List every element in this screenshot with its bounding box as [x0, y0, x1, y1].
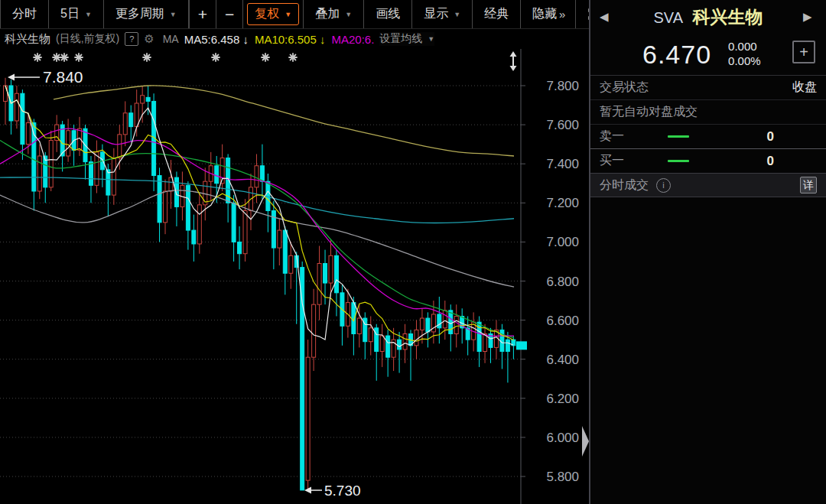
buy-one-size: 0	[708, 154, 817, 169]
event-asterisk-icon	[143, 54, 151, 61]
stock-name: 科兴生物	[693, 7, 763, 27]
svg-text:6.600: 6.600	[546, 314, 579, 328]
svg-text:7.800: 7.800	[546, 79, 579, 93]
price-row: 6.470 0.000 0.00% +	[590, 34, 826, 76]
add-to-watchlist-button[interactable]: +	[792, 41, 815, 63]
toolbar-minute-label: 分时	[12, 6, 37, 22]
sell-one-label: 卖一	[600, 128, 649, 145]
toolbar-more-periods-label: 更多周期	[115, 6, 164, 22]
svg-text:7.600: 7.600	[546, 118, 579, 132]
current-price-marker	[516, 341, 527, 350]
svg-text:7.400: 7.400	[546, 157, 579, 171]
kline-title: 科兴生物	[5, 32, 50, 47]
sell-price-dash	[668, 135, 689, 138]
last-price: 6.470	[642, 40, 711, 70]
event-asterisk-icon	[262, 54, 269, 61]
price-change: 0.000 0.00%	[728, 40, 761, 69]
buy-one-row: 买一 0	[590, 149, 826, 174]
ma-values: MA5:6.458 ↓MA10:6.505 ↓MA20:6.	[184, 33, 375, 46]
info-icon[interactable]: i	[656, 178, 671, 193]
svg-text:7.840: 7.840	[43, 68, 83, 86]
gridlines: 7.8007.6007.4007.2007.0006.8006.6006.400…	[0, 49, 579, 504]
toolbar-zoom-in-label: +	[198, 5, 207, 24]
stock-symbol: SVA	[654, 9, 684, 26]
toolbar-classic-label: 经典	[484, 6, 509, 22]
ma-value-0: MA5:6.458 ↓	[184, 33, 249, 46]
toolbar-adjust-label: 复权	[255, 6, 279, 22]
event-asterisk-icon	[53, 54, 60, 61]
ma-line-ma120	[0, 190, 514, 287]
trading-app: 分时5日▼更多周期▼+−复权▼叠加▼画线显示▼经典隐藏» 科兴生物 (日线,前复…	[0, 0, 826, 504]
toolbar-display-button[interactable]: 显示▼	[412, 0, 473, 28]
kline-header: 科兴生物 (日线,前复权) ? ⚙ MA MA5:6.458 ↓MA10:6.5…	[0, 29, 593, 49]
svg-text:6.200: 6.200	[546, 392, 579, 406]
toolbar-zoom-in-button[interactable]: +	[189, 0, 216, 28]
ma-settings-label: 设置均线	[379, 32, 422, 46]
event-asterisk-icon	[34, 54, 41, 61]
time-sales-label: 分时成交	[600, 177, 649, 193]
toolbar-overlay-button[interactable]: 叠加▼	[304, 0, 364, 28]
svg-text:6.400: 6.400	[546, 353, 579, 367]
sell-one-size: 0	[708, 129, 817, 145]
svg-text:5.800: 5.800	[546, 470, 579, 484]
no-auto-match-row: 暂无自动对盘成交	[590, 100, 826, 125]
prev-stock-button[interactable]: ◀	[600, 10, 613, 24]
quote-panel: ◀ SVA 科兴生物 ▶ 6.470 0.000 0.00% + 交易状态 收盘…	[589, 0, 826, 504]
ma-value-2: MA20:6.	[331, 33, 374, 46]
toolbar-zoom-out-button[interactable]: −	[216, 0, 243, 28]
quote-title-row: ◀ SVA 科兴生物 ▶	[590, 0, 826, 34]
svg-text:6.000: 6.000	[546, 431, 579, 445]
toolbar-classic-button[interactable]: 经典	[473, 0, 521, 28]
panel-collapse-handle[interactable]	[582, 426, 589, 457]
kline-subtitle: (日线,前复权)	[56, 32, 119, 46]
toolbar-five-day-label: 5日	[60, 6, 80, 22]
buy-one-label: 买一	[600, 153, 649, 169]
kline-chart-area[interactable]: 7.8007.6007.4007.2007.0006.8006.6006.400…	[0, 49, 589, 504]
toolbar-more-periods-button[interactable]: 更多周期▼	[104, 0, 189, 28]
svg-text:7.000: 7.000	[546, 235, 579, 249]
svg-text:7.200: 7.200	[546, 196, 579, 210]
next-stock-button[interactable]: ▶	[803, 10, 817, 24]
ma-line-ma250	[54, 86, 514, 156]
time-sales-header: 分时成交 i 详	[590, 173, 826, 197]
toolbar-draw-line-button[interactable]: 画线	[364, 0, 412, 28]
ma-line-ma20	[0, 128, 514, 336]
gear-icon[interactable]: ⚙	[144, 32, 154, 46]
trade-status-value: 收盘	[792, 80, 817, 96]
help-icon[interactable]: ?	[125, 32, 138, 46]
change-value: 0.000	[728, 40, 761, 54]
ma-prefix-label: MA	[163, 33, 179, 45]
event-asterisk-icon	[60, 54, 68, 61]
change-percent: 0.00%	[728, 54, 761, 69]
scale-handle[interactable]	[510, 51, 517, 71]
toolbar-overlay-label: 叠加	[315, 6, 340, 22]
candles-layer	[4, 78, 515, 490]
buy-price-dash	[668, 160, 689, 162]
chevron-down-icon: ▼	[428, 35, 434, 43]
toolbar-zoom-out-label: −	[225, 5, 234, 24]
chevron-down-icon: ▼	[454, 11, 460, 18]
toolbar-hide-button[interactable]: 隐藏»	[521, 0, 576, 28]
toolbar-minute-button[interactable]: 分时	[0, 0, 49, 28]
stock-title: SVA 科兴生物	[613, 5, 803, 29]
event-asterisk-icon	[212, 54, 220, 61]
svg-text:5.730: 5.730	[324, 483, 361, 499]
kline-svg: 7.8007.6007.4007.2007.0006.8006.6006.400…	[0, 49, 589, 504]
chevron-down-icon: ▼	[345, 11, 352, 18]
double-chevron-icon: »	[559, 8, 564, 21]
event-asterisk-icon	[289, 54, 297, 61]
trade-status-label: 交易状态	[600, 80, 649, 96]
ma-settings-button[interactable]: 设置均线 ▼	[379, 32, 434, 46]
toolbar-hide-label: 隐藏	[532, 6, 557, 22]
event-markers	[34, 54, 297, 61]
toolbar: 分时5日▼更多周期▼+−复权▼叠加▼画线显示▼经典隐藏»	[0, 0, 589, 29]
chevron-down-icon: ▼	[170, 11, 177, 18]
toolbar-draw-line-label: 画线	[376, 6, 400, 22]
event-asterisk-icon	[75, 54, 83, 61]
toolbar-adjust-button[interactable]: 复权▼	[243, 0, 304, 28]
detail-button[interactable]: 详	[800, 177, 817, 193]
toolbar-display-label: 显示	[424, 6, 448, 22]
toolbar-five-day-button[interactable]: 5日▼	[49, 0, 104, 28]
ma-line-ma5	[5, 86, 513, 346]
no-auto-match-text: 暂无自动对盘成交	[600, 104, 698, 120]
